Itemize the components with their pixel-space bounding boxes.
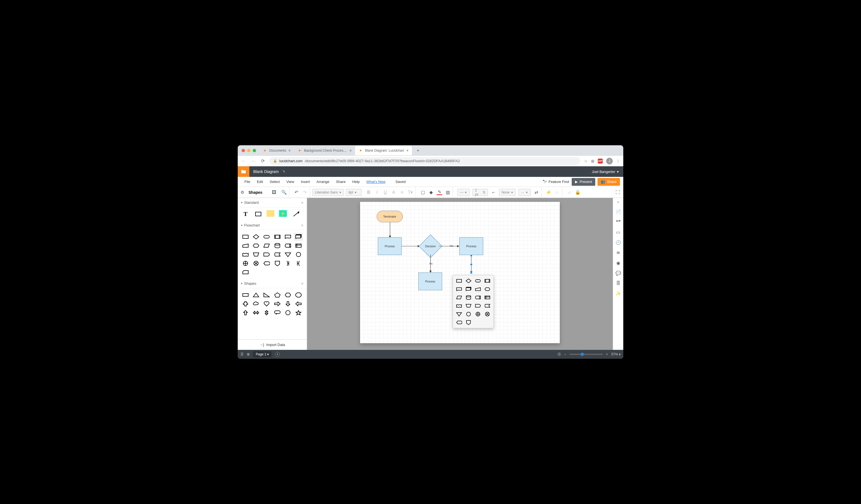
or-shape[interactable]: [241, 260, 250, 267]
back-button[interactable]: ←: [241, 158, 247, 164]
url-field[interactable]: 🔒 lucidchart.com/documents/edit/8fc27e05…: [269, 157, 580, 165]
browser-tab-bgcheck[interactable]: ✦ Background Check Process Fl… ×: [294, 146, 355, 155]
abp-icon[interactable]: ABP: [598, 158, 603, 164]
close-tab-icon[interactable]: ×: [288, 148, 291, 153]
zoom-slider[interactable]: [570, 354, 603, 355]
node-process-3[interactable]: Process: [418, 272, 442, 290]
hexagon-shape[interactable]: [284, 291, 292, 299]
preparation-shape[interactable]: [251, 242, 260, 250]
cross-shape[interactable]: [241, 300, 250, 308]
menu-edit[interactable]: Edit: [254, 180, 266, 184]
align-button[interactable]: ≡: [399, 190, 405, 195]
hotspot-shape[interactable]: ⚡: [279, 210, 287, 217]
suggest-terminator[interactable]: [474, 278, 482, 284]
suggest-data[interactable]: [455, 294, 463, 301]
double-arrow-h-shape[interactable]: [251, 309, 260, 317]
search-icon[interactable]: 🔍: [281, 190, 287, 195]
suggest-merge[interactable]: [455, 311, 463, 318]
arrow-end-selector[interactable]: →▾: [518, 189, 531, 196]
text-options-button[interactable]: T▾: [408, 190, 413, 195]
decision-shape[interactable]: [251, 233, 260, 241]
diagram-page[interactable]: Terminator Process Decision Yes Process: [360, 202, 560, 343]
suggest-delay[interactable]: [474, 303, 482, 309]
suggest-database[interactable]: [465, 294, 473, 301]
suggest-sum[interactable]: [483, 311, 491, 318]
share-button[interactable]: 👥Share: [598, 178, 620, 186]
add-page-button[interactable]: +: [275, 352, 280, 357]
reload-button[interactable]: ⟳: [260, 158, 265, 164]
line-handle-mid[interactable]: [470, 263, 473, 266]
collapse-rail-icon[interactable]: «: [617, 200, 619, 204]
bold-button[interactable]: B: [366, 190, 371, 195]
cloud-shape[interactable]: [251, 300, 260, 308]
line-routing-button[interactable]: ⌐: [491, 190, 496, 195]
canvas-area[interactable]: Terminator Process Decision Yes Process: [307, 198, 613, 350]
suggest-or[interactable]: [474, 311, 482, 318]
menu-select[interactable]: Select: [266, 180, 283, 184]
forward-button[interactable]: →: [250, 158, 256, 164]
suggest-input[interactable]: [474, 286, 482, 293]
import-data-button[interactable]: →] Import Data: [238, 339, 307, 350]
internal-shape[interactable]: [294, 242, 303, 250]
document-shape[interactable]: [284, 233, 292, 241]
text-shape[interactable]: T: [241, 210, 250, 218]
profile-avatar[interactable]: J: [606, 158, 613, 164]
suggest-connector[interactable]: [465, 311, 473, 318]
grid-view-icon[interactable]: ⊞: [247, 352, 250, 356]
feature-find-button[interactable]: 🔭Feature Find: [543, 180, 569, 184]
italic-button[interactable]: I: [374, 190, 380, 195]
shape-style-button[interactable]: ▧: [445, 190, 450, 195]
rect-shape[interactable]: [254, 210, 263, 218]
minimize-window[interactable]: [247, 149, 250, 152]
history-icon[interactable]: 🕘: [616, 240, 621, 245]
delay-shape[interactable]: [262, 251, 271, 258]
arrow-left-shape[interactable]: [294, 300, 303, 308]
document-home-icon[interactable]: [238, 166, 249, 177]
underline-button[interactable]: U: [383, 190, 388, 195]
swap-ends-button[interactable]: ⇄: [533, 190, 539, 195]
suggest-display[interactable]: [455, 319, 463, 326]
brace-right-shape[interactable]: [284, 260, 292, 267]
star-shape[interactable]: [294, 309, 303, 317]
node-terminator[interactable]: Terminator: [377, 211, 403, 222]
basic-rect[interactable]: [241, 291, 250, 299]
menu-file[interactable]: File: [241, 180, 254, 184]
close-panel-icon[interactable]: ×: [301, 281, 303, 286]
suggest-preparation[interactable]: [483, 286, 491, 293]
action-button[interactable]: ⚡: [546, 190, 551, 195]
account-menu[interactable]: Joel Bangerter▾: [587, 170, 623, 174]
line-handle-end[interactable]: [470, 272, 473, 274]
suggest-manual[interactable]: [465, 303, 473, 309]
line-shape[interactable]: [292, 210, 301, 218]
font-selector[interactable]: Liberation Sans▾: [312, 189, 344, 196]
arrow-right-shape[interactable]: [273, 300, 282, 308]
accessibility-icon[interactable]: Ⓐ: [558, 352, 561, 357]
suggest-document[interactable]: [455, 286, 463, 293]
close-window[interactable]: [242, 149, 245, 152]
db-icon[interactable]: 🗄: [616, 281, 620, 286]
note-shape[interactable]: [266, 210, 274, 217]
edit-title-icon[interactable]: ✎: [283, 170, 285, 173]
new-tab-button[interactable]: +: [414, 146, 422, 154]
page-selector[interactable]: Page 1 ▾: [253, 351, 272, 358]
undo-button[interactable]: ↶: [294, 190, 299, 195]
menu-arrange[interactable]: Arrange: [313, 180, 332, 184]
node-process-2[interactable]: Process: [459, 237, 483, 255]
database-shape[interactable]: [273, 242, 282, 250]
manual-op-shape[interactable]: [251, 251, 260, 258]
zoom-level[interactable]: 57% ▾: [611, 352, 620, 356]
zoom-slider-knob[interactable]: [580, 353, 584, 356]
present-button[interactable]: ▶Present: [572, 178, 595, 186]
layers-icon[interactable]: ≋: [616, 250, 620, 255]
storage-shape[interactable]: [284, 242, 292, 250]
outline-view-icon[interactable]: ☰: [241, 352, 244, 356]
arrow-down-shape[interactable]: [284, 300, 292, 308]
multidoc-shape[interactable]: [294, 233, 303, 241]
star-icon[interactable]: ☆: [584, 159, 588, 163]
predefined-shape[interactable]: [273, 233, 282, 241]
fill-color-button[interactable]: ◆: [428, 190, 434, 195]
shape-lib-button[interactable]: ▱: [567, 190, 572, 195]
callout-shape[interactable]: [273, 309, 282, 317]
lock-button[interactable]: 🔒: [575, 190, 580, 195]
shape-picker-button[interactable]: ▢: [420, 190, 425, 195]
